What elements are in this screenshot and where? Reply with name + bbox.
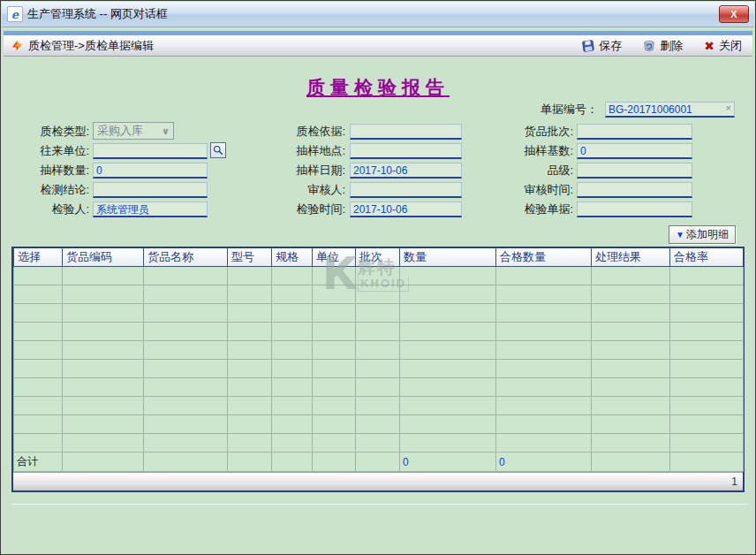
- sample-base-input[interactable]: [577, 143, 692, 159]
- table-cell: [14, 397, 63, 415]
- table-cell: [144, 415, 228, 434]
- table-cell: [496, 415, 592, 434]
- inspector-field: 系统管理员: [93, 201, 208, 217]
- table-cell: [670, 434, 744, 452]
- table-cell: [356, 285, 400, 304]
- inspector-label: 检验人:: [10, 201, 89, 217]
- table-cell: [356, 415, 400, 434]
- table-row[interactable]: [14, 415, 744, 434]
- table-cell: [228, 285, 272, 304]
- toolbar: 质检管理->质检单据编辑 保存 删除 ✖: [4, 35, 752, 57]
- column-header: 型号: [228, 248, 272, 267]
- table-cell: [496, 341, 592, 360]
- table-header-row: 选择货品编码货品名称型号规格单位批次数量合格数量处理结果合格率: [14, 248, 744, 267]
- breadcrumb: 质检管理->质检单据编辑: [11, 38, 154, 54]
- table-cell: [356, 360, 400, 378]
- title-bar: e 生产管理系统 -- 网页对话框 X: [2, 2, 754, 27]
- table-cell: [228, 341, 272, 360]
- table-cell: [496, 397, 592, 415]
- page-number: 1: [731, 475, 737, 488]
- detail-table-panel: 选择货品编码货品名称型号规格单位批次数量合格数量处理结果合格率 合计00 1: [11, 247, 745, 492]
- table-cell: [228, 397, 272, 415]
- conclusion-input[interactable]: [93, 182, 208, 198]
- table-cell: [356, 378, 400, 397]
- inspector-link[interactable]: 系统管理员: [96, 203, 149, 216]
- table-row[interactable]: [14, 323, 744, 341]
- table-cell: [63, 304, 144, 323]
- magnifier-icon: [213, 145, 223, 156]
- table-cell: [496, 360, 592, 378]
- add-detail-button[interactable]: ▼ 添加明细: [669, 225, 736, 244]
- module-icon: [11, 39, 24, 52]
- table-row[interactable]: [14, 267, 744, 285]
- qc-basis-input[interactable]: [350, 124, 462, 140]
- table-cell: [144, 285, 228, 304]
- sample-date-label: 抽样日期:: [262, 163, 345, 179]
- table-cell: [400, 360, 496, 378]
- partner-lookup-button[interactable]: [210, 142, 226, 158]
- column-header: 合格率: [670, 248, 744, 267]
- table-cell: [14, 267, 63, 285]
- table-row[interactable]: [14, 360, 744, 378]
- sample-date-input[interactable]: [350, 163, 462, 179]
- inspect-doc-input[interactable]: [577, 201, 692, 217]
- table-cell: [592, 434, 670, 452]
- table-cell: [670, 378, 744, 397]
- inspect-doc-label: 检验单据:: [488, 201, 573, 217]
- column-header: 批次: [356, 248, 400, 267]
- detail-table: 选择货品编码货品名称型号规格单位批次数量合格数量处理结果合格率 合计00: [13, 248, 744, 472]
- floppy-disk-icon: [581, 39, 595, 53]
- table-cell: [14, 304, 63, 323]
- column-header: 选择: [14, 248, 63, 267]
- table-cell: [63, 434, 144, 452]
- table-cell: [356, 304, 400, 323]
- column-header: 规格: [272, 248, 313, 267]
- table-cell: [272, 397, 313, 415]
- table-cell: [272, 360, 313, 378]
- sample-place-input[interactable]: [350, 143, 462, 159]
- doc-no-label: 单据编号：: [488, 102, 598, 118]
- doc-no-input[interactable]: [605, 102, 735, 118]
- close-x-icon: ✖: [704, 40, 714, 52]
- table-cell: [14, 434, 63, 452]
- table-row[interactable]: [14, 341, 744, 360]
- trash-bin-icon: [643, 40, 655, 52]
- table-cell: [356, 267, 400, 285]
- table-cell: [272, 267, 313, 285]
- table-cell: [14, 341, 63, 360]
- table-row[interactable]: [14, 285, 744, 304]
- auditor-input[interactable]: [350, 182, 462, 198]
- table-row[interactable]: [14, 434, 744, 452]
- sample-base-label: 抽样基数:: [488, 143, 573, 159]
- table-cell: [670, 360, 744, 378]
- goods-batch-label: 货品批次:: [488, 124, 573, 140]
- window-close-button[interactable]: X: [719, 5, 749, 23]
- inspect-time-input[interactable]: [350, 201, 462, 217]
- table-cell: [228, 360, 272, 378]
- table-row[interactable]: [14, 378, 744, 397]
- table-row[interactable]: [14, 304, 744, 323]
- save-label: 保存: [599, 38, 622, 54]
- table-cell: [400, 267, 496, 285]
- save-button[interactable]: 保存: [582, 38, 622, 54]
- grade-input[interactable]: [577, 163, 692, 179]
- table-cell: [144, 434, 228, 452]
- total-cell: [313, 452, 356, 472]
- partner-input[interactable]: [93, 143, 208, 159]
- table-cell: [272, 378, 313, 397]
- audit-time-input[interactable]: [577, 182, 692, 198]
- total-cell: 0: [400, 452, 496, 472]
- qc-type-select[interactable]: 采购入库 ∨: [93, 122, 174, 140]
- delete-button[interactable]: 删除: [643, 38, 683, 54]
- sample-qty-input[interactable]: [93, 163, 208, 179]
- goods-batch-input[interactable]: [577, 124, 692, 140]
- clear-doc-no-icon[interactable]: ×: [726, 103, 731, 113]
- table-cell: [144, 341, 228, 360]
- table-cell: [63, 341, 144, 360]
- total-cell: [63, 452, 144, 472]
- table-row[interactable]: [14, 397, 744, 415]
- table-cell: [400, 397, 496, 415]
- table-cell: [144, 323, 228, 341]
- close-button[interactable]: ✖ 关闭: [704, 38, 742, 54]
- table-cell: [272, 285, 313, 304]
